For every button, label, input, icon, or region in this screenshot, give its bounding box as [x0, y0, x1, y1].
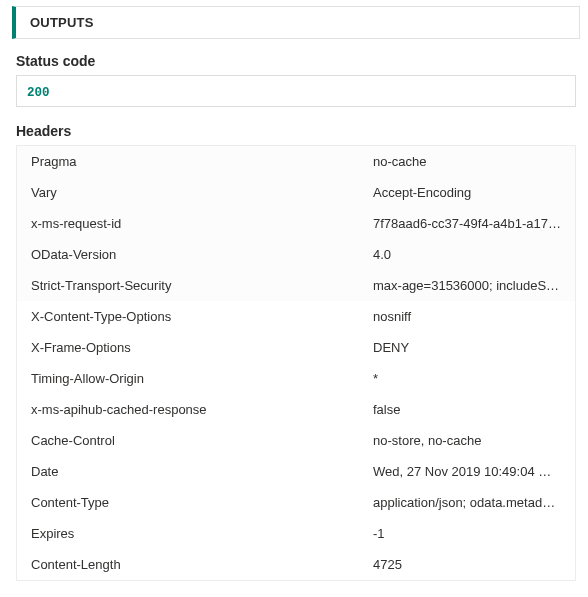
table-row: Expires-1 [17, 518, 575, 549]
table-row: X-Content-Type-Optionsnosniff [17, 301, 575, 332]
header-value: nosniff [373, 309, 561, 324]
table-row: x-ms-request-id7f78aad6-cc37-49f4-a4b1-a… [17, 208, 575, 239]
table-row: DateWed, 27 Nov 2019 10:49:04 GMT [17, 456, 575, 487]
table-row: Timing-Allow-Origin* [17, 363, 575, 394]
status-code-label: Status code [16, 53, 580, 69]
header-key: Vary [31, 185, 373, 200]
outputs-panel-title: OUTPUTS [30, 15, 565, 30]
status-code-box: 200 [16, 75, 576, 107]
header-value: 4725 [373, 557, 561, 572]
header-key: Pragma [31, 154, 373, 169]
header-key: Strict-Transport-Security [31, 278, 373, 293]
table-row: Cache-Controlno-store, no-cache [17, 425, 575, 456]
header-value: DENY [373, 340, 561, 355]
header-key: OData-Version [31, 247, 373, 262]
header-value: no-store, no-cache [373, 433, 561, 448]
table-row: X-Frame-OptionsDENY [17, 332, 575, 363]
table-row: Content-Typeapplication/json; odata.meta… [17, 487, 575, 518]
table-row: OData-Version4.0 [17, 239, 575, 270]
table-row: Pragmano-cache [17, 146, 575, 177]
outputs-panel: OUTPUTS [12, 6, 580, 39]
header-value: 4.0 [373, 247, 561, 262]
header-value: Accept-Encoding [373, 185, 561, 200]
header-value: false [373, 402, 561, 417]
header-value: * [373, 371, 561, 386]
header-key: X-Frame-Options [31, 340, 373, 355]
header-value: Wed, 27 Nov 2019 10:49:04 GMT [373, 464, 561, 479]
headers-label: Headers [16, 123, 580, 139]
header-key: Date [31, 464, 373, 479]
status-code-value: 200 [27, 86, 50, 100]
table-row: Content-Length4725 [17, 549, 575, 580]
header-key: Cache-Control [31, 433, 373, 448]
header-value: -1 [373, 526, 561, 541]
header-key: x-ms-request-id [31, 216, 373, 231]
header-value: 7f78aad6-cc37-49f4-a4b1-a179... [373, 216, 561, 231]
header-key: Expires [31, 526, 373, 541]
table-row: Strict-Transport-Securitymax-age=3153600… [17, 270, 575, 301]
header-key: X-Content-Type-Options [31, 309, 373, 324]
header-value: application/json; odata.metadat... [373, 495, 561, 510]
header-value: no-cache [373, 154, 561, 169]
headers-table: Pragmano-cacheVaryAccept-Encodingx-ms-re… [16, 145, 576, 581]
header-value: max-age=31536000; includeSub... [373, 278, 561, 293]
table-row: VaryAccept-Encoding [17, 177, 575, 208]
header-key: Timing-Allow-Origin [31, 371, 373, 386]
header-key: x-ms-apihub-cached-response [31, 402, 373, 417]
header-key: Content-Type [31, 495, 373, 510]
table-row: x-ms-apihub-cached-responsefalse [17, 394, 575, 425]
header-key: Content-Length [31, 557, 373, 572]
